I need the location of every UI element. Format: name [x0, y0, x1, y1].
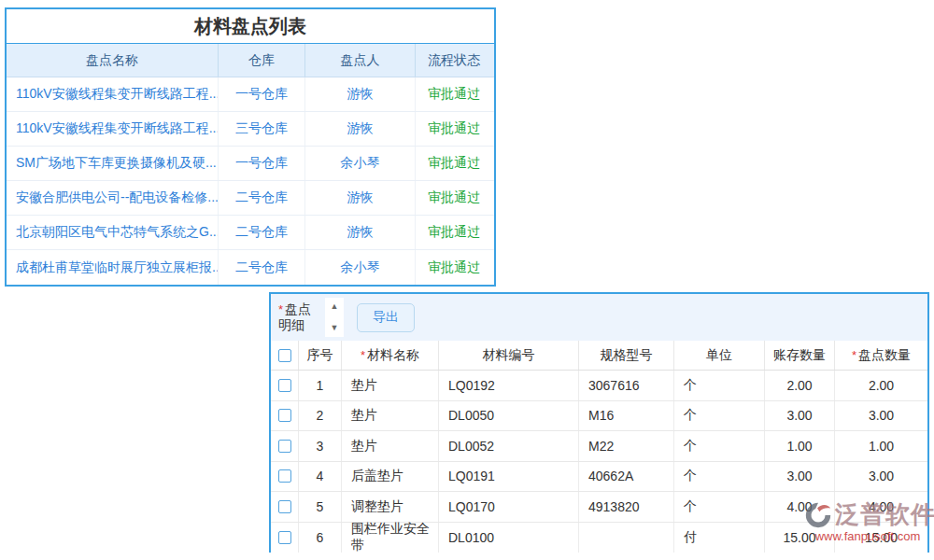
book-qty-cell: 3.00 [765, 401, 835, 431]
warehouse-link[interactable]: 三号仓库 [219, 112, 305, 146]
warehouse-link[interactable]: 二号仓库 [219, 181, 305, 215]
spec-model-cell: 3067616 [579, 371, 674, 400]
spec-model-cell: M22 [579, 431, 674, 461]
warehouse-link[interactable]: 二号仓库 [219, 216, 305, 249]
material-name-cell: 调整垫片 [342, 492, 439, 522]
inventory-name-link[interactable]: 成都杜甫草堂临时展厅独立展柜报... [7, 250, 219, 285]
material-name-cell: 后盖垫片 [342, 462, 439, 492]
inventory-name-link[interactable]: 北京朝阳区电气中芯特气系统之G... [7, 216, 219, 249]
person-link[interactable]: 余小琴 [305, 147, 416, 180]
table-row: 安徽合肥供电公司--配电设备检修... 二号仓库 游恢 审批通过 [7, 181, 494, 216]
inventory-detail-panel: *盘点明细 ▲ ▼ 导出 序号 *材料名称 材料编号 规格型号 单位 账存数量 … [269, 292, 929, 553]
detail-field-label: *盘点明细 [278, 301, 323, 333]
row-select-cell [271, 371, 299, 400]
table-row: 6 围栏作业安全带 DL0100 付 15.00 15.00 [271, 523, 927, 553]
person-link[interactable]: 游恢 [305, 77, 416, 111]
row-checkbox[interactable] [278, 440, 291, 453]
col-header-book-qty: 账存数量 [765, 341, 835, 370]
table-row: 110kV安徽线程集变开断线路工程... 三号仓库 游恢 审批通过 [7, 112, 494, 147]
row-checkbox[interactable] [278, 500, 291, 513]
required-marker: * [278, 302, 283, 316]
count-qty-cell: 4.00 [835, 492, 927, 522]
inventory-name-link[interactable]: SM广场地下车库更换摄像机及硬... [7, 147, 219, 180]
unit-cell: 付 [674, 523, 765, 553]
warehouse-link[interactable]: 一号仓库 [219, 77, 305, 111]
export-button[interactable]: 导出 [357, 303, 415, 332]
status-link[interactable]: 审批通过 [416, 216, 492, 249]
unit-cell: 个 [674, 462, 765, 492]
material-name-cell: 垫片 [342, 431, 439, 461]
required-marker: * [852, 348, 856, 362]
list-title: 材料盘点列表 [7, 9, 494, 43]
person-link[interactable]: 游恢 [305, 181, 416, 215]
seq-cell: 5 [299, 492, 342, 522]
inventory-name-link[interactable]: 110kV安徽线程集变开断线路工程... [7, 112, 219, 146]
row-select-cell [271, 523, 299, 553]
select-all-cell [271, 341, 299, 370]
arrow-down-icon[interactable]: ▼ [331, 324, 339, 332]
col-header-material-name: *材料名称 [342, 341, 439, 370]
inventory-name-link[interactable]: 110kV安徽线程集变开断线路工程... [7, 77, 219, 111]
table-row: 成都杜甫草堂临时展厅独立展柜报... 二号仓库 余小琴 审批通过 [7, 250, 494, 285]
row-checkbox[interactable] [278, 531, 291, 544]
row-select-cell [271, 431, 299, 461]
warehouse-link[interactable]: 一号仓库 [219, 147, 305, 180]
spec-model-cell: M16 [579, 401, 674, 431]
material-name-cell: 垫片 [342, 401, 439, 431]
select-all-checkbox[interactable] [278, 349, 291, 362]
detail-header-row: 序号 *材料名称 材料编号 规格型号 单位 账存数量 *盘点数量 [271, 341, 927, 371]
col-header-spec-model: 规格型号 [579, 341, 674, 370]
material-code-cell: LQ0192 [439, 371, 579, 400]
detail-label-text: 盘点明细 [278, 301, 311, 332]
unit-cell: 个 [674, 492, 765, 522]
row-checkbox[interactable] [278, 469, 291, 483]
table-row: 2 垫片 DL0050 M16 个 3.00 3.00 [271, 401, 927, 432]
material-code-cell: LQ0191 [439, 462, 579, 492]
col-header-count-qty-label: 盘点数量 [858, 347, 911, 364]
count-qty-cell: 15.00 [835, 523, 927, 553]
unit-cell: 个 [674, 401, 765, 431]
person-link[interactable]: 游恢 [305, 112, 416, 146]
person-link[interactable]: 游恢 [305, 216, 416, 249]
table-row: 3 垫片 DL0052 M22 个 1.00 1.00 [271, 431, 927, 462]
arrow-up-icon[interactable]: ▲ [331, 302, 339, 311]
warehouse-link[interactable]: 二号仓库 [219, 250, 305, 285]
seq-cell: 2 [299, 401, 342, 431]
row-checkbox[interactable] [278, 409, 291, 422]
table-row: 1 垫片 LQ0192 3067616 个 2.00 2.00 [271, 371, 927, 401]
material-code-cell: LQ0170 [439, 492, 579, 522]
inventory-name-link[interactable]: 安徽合肥供电公司--配电设备检修... [7, 181, 219, 215]
table-row: 4 后盖垫片 LQ0191 40662A 个 3.00 3.00 [271, 462, 927, 493]
book-qty-cell: 1.00 [765, 431, 835, 461]
book-qty-cell: 3.00 [765, 462, 835, 492]
col-header-warehouse: 仓库 [219, 44, 305, 77]
count-qty-cell: 3.00 [835, 462, 927, 492]
detail-toolbar: *盘点明细 ▲ ▼ 导出 [271, 294, 927, 341]
status-link[interactable]: 审批通过 [416, 77, 492, 111]
table-row: 5 调整垫片 LQ0170 4913820 个 4.00 4.00 [271, 492, 927, 523]
col-header-seq: 序号 [299, 341, 342, 370]
status-link[interactable]: 审批通过 [416, 147, 492, 180]
material-code-cell: DL0050 [439, 401, 579, 431]
status-link[interactable]: 审批通过 [416, 181, 492, 215]
row-select-cell [271, 462, 299, 492]
seq-cell: 3 [299, 431, 342, 461]
spec-model-cell: 40662A [579, 462, 674, 492]
count-qty-cell: 3.00 [835, 401, 927, 431]
person-link[interactable]: 余小琴 [305, 250, 416, 285]
status-link[interactable]: 审批通过 [416, 112, 492, 146]
count-qty-cell: 1.00 [835, 431, 927, 461]
col-header-material-name-label: 材料名称 [367, 347, 419, 364]
page: 材料盘点列表 盘点名称 仓库 盘点人 流程状态 110kV安徽线程集变开断线路工… [0, 0, 934, 560]
col-header-material-code: 材料编号 [439, 341, 579, 370]
col-header-count-qty: *盘点数量 [835, 341, 927, 370]
book-qty-cell: 2.00 [765, 371, 835, 400]
material-code-cell: DL0052 [439, 431, 579, 461]
book-qty-cell: 4.00 [765, 492, 835, 522]
spec-model-cell [579, 523, 674, 553]
status-link[interactable]: 审批通过 [416, 250, 492, 285]
table-row: 110kV安徽线程集变开断线路工程... 一号仓库 游恢 审批通过 [7, 77, 494, 112]
unit-cell: 个 [674, 431, 765, 461]
row-checkbox[interactable] [278, 379, 291, 392]
list-header-row: 盘点名称 仓库 盘点人 流程状态 [7, 43, 494, 77]
